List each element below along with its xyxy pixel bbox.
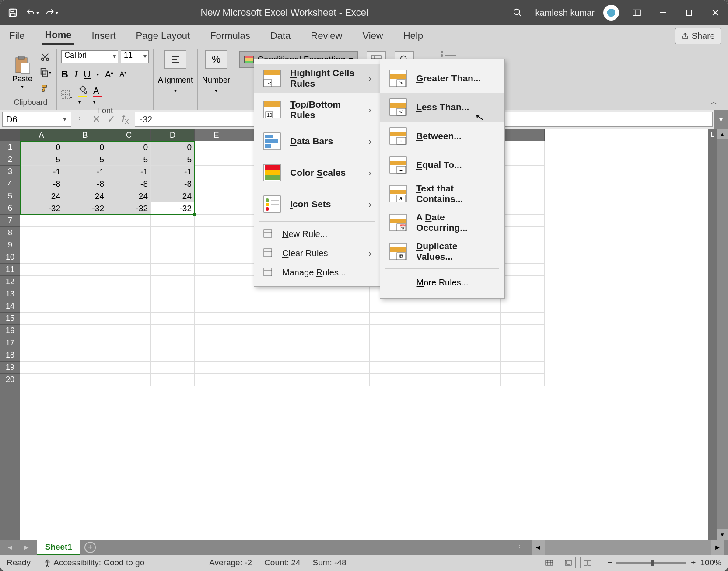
row-header[interactable]: 19 <box>0 362 20 374</box>
cell[interactable] <box>282 288 326 300</box>
cell[interactable] <box>63 288 107 300</box>
cell[interactable] <box>107 362 151 374</box>
cell[interactable] <box>501 337 545 349</box>
normal-view-icon[interactable] <box>542 557 556 568</box>
cell[interactable] <box>107 337 151 349</box>
cell[interactable] <box>107 239 151 251</box>
cell[interactable] <box>151 239 195 251</box>
cell[interactable] <box>326 337 370 349</box>
row-header[interactable]: 9 <box>0 239 20 251</box>
cell[interactable] <box>151 227 195 239</box>
cell[interactable] <box>501 276 545 288</box>
cell[interactable] <box>282 300 326 313</box>
cell[interactable] <box>20 300 63 313</box>
cell[interactable] <box>151 288 195 300</box>
cell[interactable] <box>413 313 457 325</box>
user-name[interactable]: kamlesh kumar <box>535 8 595 18</box>
cell[interactable] <box>501 215 545 227</box>
cell[interactable] <box>501 227 545 239</box>
cell[interactable] <box>195 349 238 362</box>
underline-button[interactable]: U <box>84 69 91 80</box>
add-sheet-button[interactable]: + <box>84 542 96 553</box>
cell[interactable] <box>370 337 413 349</box>
bold-button[interactable]: B <box>61 69 68 80</box>
cell[interactable] <box>195 251 238 264</box>
cell[interactable] <box>151 215 195 227</box>
menu-item-highlight-cells-rules[interactable]: ≤Highlight Cells Rules› <box>254 64 380 93</box>
cell[interactable] <box>413 325 457 337</box>
cell[interactable] <box>107 227 151 239</box>
cell[interactable] <box>326 362 370 374</box>
borders-button[interactable]: ▾ <box>61 90 72 101</box>
cell[interactable] <box>282 349 326 362</box>
scroll-left-icon[interactable]: ◄ <box>532 540 545 555</box>
cell[interactable] <box>63 215 107 227</box>
status-accessibility[interactable]: Accessibility: Good to go <box>43 558 144 568</box>
cell[interactable]: 24 <box>151 190 195 202</box>
cell[interactable] <box>151 264 195 276</box>
menu-item-manage-rules-[interactable]: Manage Rules... <box>254 263 380 282</box>
tab-data[interactable]: Data <box>268 28 293 44</box>
cell[interactable] <box>326 288 370 300</box>
cell[interactable]: 0 <box>107 141 151 153</box>
cell[interactable] <box>413 362 457 374</box>
cell[interactable] <box>282 313 326 325</box>
cell[interactable] <box>501 251 545 264</box>
cell[interactable] <box>20 288 63 300</box>
copy-icon[interactable]: ▾ <box>38 66 52 79</box>
more-rules-item[interactable]: More Rules... <box>380 272 504 294</box>
row-header[interactable]: 5 <box>0 190 20 202</box>
cell[interactable] <box>370 374 413 386</box>
cell[interactable]: -8 <box>107 178 151 190</box>
format-painter-icon[interactable] <box>38 82 52 95</box>
scroll-right-icon[interactable]: ► <box>711 540 724 555</box>
cell[interactable] <box>195 337 238 349</box>
cell[interactable] <box>326 300 370 313</box>
cell[interactable] <box>370 313 413 325</box>
cell[interactable]: -32 <box>20 202 63 215</box>
cell[interactable] <box>151 325 195 337</box>
cell[interactable]: 0 <box>20 141 63 153</box>
cell[interactable] <box>107 276 151 288</box>
cell[interactable]: -1 <box>63 166 107 178</box>
sheet-tabs-more-icon[interactable]: ⋮ <box>511 543 527 552</box>
cell[interactable]: 24 <box>107 190 151 202</box>
cell[interactable] <box>151 300 195 313</box>
select-all-button[interactable] <box>0 129 20 141</box>
cell[interactable] <box>63 239 107 251</box>
cell[interactable] <box>20 264 63 276</box>
fill-color-button[interactable]: ▾ <box>78 85 87 105</box>
cell[interactable] <box>457 300 501 313</box>
cell[interactable] <box>195 362 238 374</box>
cell[interactable] <box>326 313 370 325</box>
cell[interactable] <box>413 374 457 386</box>
cut-icon[interactable] <box>38 50 52 63</box>
cell[interactable] <box>238 288 282 300</box>
cell[interactable] <box>501 153 545 166</box>
decrease-font-icon[interactable]: A▾ <box>119 70 126 78</box>
share-button[interactable]: Share <box>675 28 721 44</box>
cell[interactable] <box>20 325 63 337</box>
cell[interactable] <box>20 313 63 325</box>
cell[interactable] <box>63 300 107 313</box>
cell[interactable]: 24 <box>63 190 107 202</box>
cell[interactable] <box>501 362 545 374</box>
column-header[interactable]: D <box>151 129 195 141</box>
menu-item-text-that-contains-[interactable]: aText that Contains... <box>380 179 504 208</box>
cell[interactable] <box>457 374 501 386</box>
cell[interactable]: -1 <box>151 166 195 178</box>
maximize-icon[interactable] <box>680 4 698 21</box>
menu-item-color-scales[interactable]: Color Scales› <box>254 158 380 187</box>
cell[interactable] <box>501 313 545 325</box>
scroll-down-icon[interactable]: ▼ <box>717 529 728 540</box>
cell[interactable]: 5 <box>63 153 107 166</box>
cell[interactable] <box>457 337 501 349</box>
tab-review[interactable]: Review <box>308 28 345 44</box>
row-header[interactable]: 3 <box>0 166 20 178</box>
row-header[interactable]: 20 <box>0 374 20 386</box>
page-layout-view-icon[interactable] <box>561 557 576 568</box>
cell[interactable]: 5 <box>107 153 151 166</box>
menu-item-between-[interactable]: ↔Between... <box>380 122 504 150</box>
cell[interactable] <box>63 313 107 325</box>
cell[interactable] <box>501 349 545 362</box>
